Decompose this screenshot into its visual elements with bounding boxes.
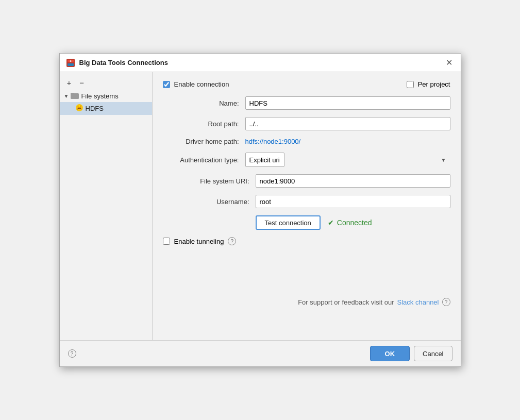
file-system-uri-label: File system URI:	[163, 177, 256, 185]
tunneling-help-icon[interactable]: ?	[228, 237, 236, 245]
remove-button[interactable]: −	[76, 77, 87, 88]
main-content: Enable connection Per project Name: Root…	[153, 72, 461, 340]
auth-type-select-wrapper: Explicit uri Simple Kerberos ▼	[245, 153, 450, 167]
footer-right: OK Cancel	[370, 346, 452, 361]
root-path-label: Root path:	[163, 120, 245, 128]
cancel-button[interactable]: Cancel	[414, 346, 452, 361]
name-row: Name:	[163, 96, 450, 110]
per-project-row: Per project	[407, 80, 450, 88]
enable-connection-label[interactable]: Enable connection	[163, 80, 229, 88]
main-dialog: Big Data Tools Connections ✕ + − ▼ File …	[59, 53, 461, 367]
test-connection-button[interactable]: Test connection	[256, 215, 321, 230]
username-label: Username:	[163, 198, 256, 206]
file-system-uri-input[interactable]	[256, 174, 450, 188]
sidebar: + − ▼ File systems	[60, 72, 153, 340]
footer-help-icon[interactable]: ?	[68, 349, 76, 358]
driver-home-path-link[interactable]: hdfs://node1:9000/	[245, 138, 301, 145]
hdfs-icon	[75, 104, 83, 113]
file-system-uri-row: File system URI:	[163, 174, 450, 188]
add-button[interactable]: +	[64, 77, 75, 88]
sidebar-toolbar: + −	[60, 75, 152, 90]
app-icon	[66, 58, 75, 68]
select-arrow-icon: ▼	[441, 157, 446, 163]
username-input[interactable]	[256, 195, 450, 208]
test-connection-row: Test connection ✔ Connected	[163, 215, 450, 230]
svg-point-8	[78, 105, 80, 107]
hdfs-tree-label: HDFS	[86, 105, 104, 112]
tree-arrow-icon: ▼	[64, 93, 69, 99]
close-button[interactable]: ✕	[444, 59, 455, 67]
auth-type-select[interactable]: Explicit uri Simple Kerberos	[245, 153, 284, 167]
driver-home-path-label: Driver home path:	[163, 138, 245, 145]
enable-connection-row: Enable connection Per project	[163, 80, 450, 88]
root-path-input[interactable]	[245, 117, 450, 130]
tunneling-label: Enable tunneling	[174, 238, 224, 245]
dialog-footer: ? OK Cancel	[60, 340, 461, 366]
support-help-icon[interactable]: ?	[442, 298, 450, 306]
svg-point-3	[70, 60, 71, 62]
dialog-body: + − ▼ File systems	[60, 72, 461, 340]
name-input[interactable]	[245, 96, 450, 110]
slack-channel-link[interactable]: Slack channel	[397, 298, 439, 306]
username-row: Username:	[163, 195, 450, 208]
tunneling-row: Enable tunneling ?	[163, 237, 450, 245]
tree-root-item[interactable]: ▼ File systems	[60, 90, 152, 102]
auth-type-row: Authentication type: Explicit uri Simple…	[163, 153, 450, 167]
check-icon: ✔	[328, 219, 334, 227]
connected-status: ✔ Connected	[328, 219, 372, 227]
tree-root-label: File systems	[81, 92, 118, 100]
hdfs-tree-item[interactable]: HDFS	[60, 102, 152, 115]
svg-rect-2	[68, 63, 74, 66]
footer-left: ?	[68, 349, 76, 358]
connected-text: Connected	[337, 219, 372, 227]
support-link-row: For support or feedback visit our Slack …	[163, 294, 450, 308]
title-bar: Big Data Tools Connections ✕	[60, 54, 461, 72]
title-bar-left: Big Data Tools Connections	[66, 58, 168, 68]
svg-rect-5	[71, 93, 74, 94]
ok-button[interactable]: OK	[370, 346, 410, 361]
auth-type-label: Authentication type:	[163, 156, 245, 164]
driver-home-path-row: Driver home path: hdfs://node1:9000/	[163, 138, 450, 145]
enable-connection-checkbox[interactable]	[163, 81, 170, 88]
spacer	[163, 253, 450, 294]
enable-tunneling-checkbox[interactable]	[163, 238, 170, 245]
per-project-checkbox[interactable]	[407, 81, 414, 88]
name-label: Name:	[163, 99, 245, 107]
root-path-row: Root path:	[163, 117, 450, 130]
dialog-title: Big Data Tools Connections	[79, 59, 168, 66]
support-text: For support or feedback visit our	[298, 298, 394, 306]
folder-icon	[71, 92, 79, 100]
